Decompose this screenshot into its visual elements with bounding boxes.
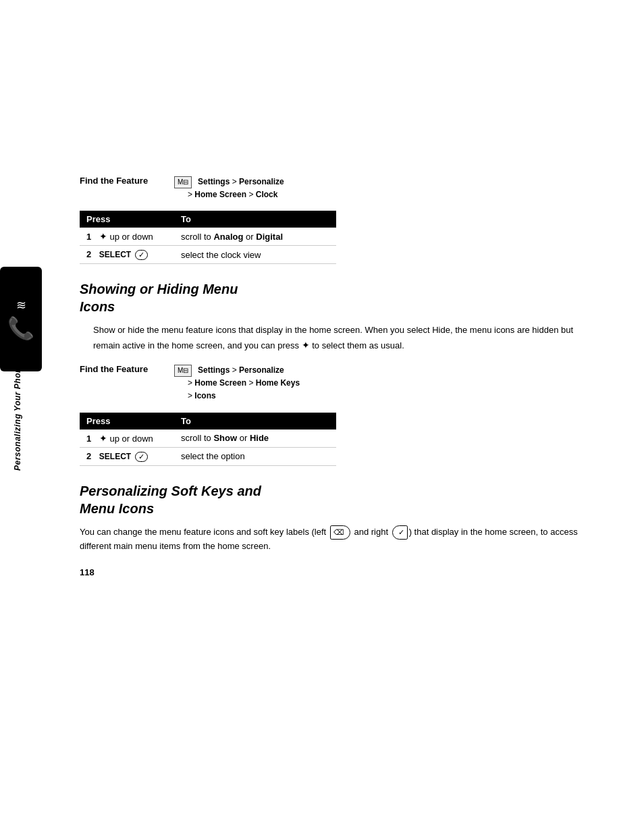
sidebar-container: Personalizing Your Phone	[0, 0, 35, 834]
main-content: Find the Feature M⊟ Settings > Personali…	[46, 0, 644, 604]
path-line2-clock: > Home Screen > Clock	[188, 188, 284, 201]
section3-title-line2: Menu Icons	[80, 501, 154, 516]
table-cell-press-1: 1 ✦ up or down	[80, 228, 174, 246]
find-feature-label-clock: Find the Feature	[80, 176, 174, 186]
phone-handset-icon: 📞	[7, 315, 34, 341]
up-or-down-label: up or down	[109, 232, 153, 242]
table-clock-col1: Press	[80, 211, 174, 228]
menu-icon-1: M⊟	[174, 176, 192, 188]
find-feature-label-icons: Find the Feature	[80, 364, 174, 374]
soft-key-left-icon: ⌫	[330, 525, 350, 540]
table-row: 2 SELECT ✓ select the option	[80, 447, 336, 465]
soft-key-right-icon: ✓	[392, 525, 408, 540]
find-feature-icons: Find the Feature M⊟ Settings > Personali…	[80, 364, 590, 403]
table-cell-to-1: scroll to Analog or Digital	[174, 228, 336, 246]
section3-body: You can change the menu feature icons an…	[80, 525, 590, 554]
nav-icon-inline: ✦	[302, 340, 310, 350]
table-row: 1 ✦ up or down scroll to Analog or Digit…	[80, 228, 336, 246]
menu-icon-2: M⊟	[174, 365, 192, 377]
table-icons: Press To 1 ✦ up or down scroll to Show o…	[80, 413, 336, 466]
nav-up-down-icon: ✦	[99, 231, 107, 242]
top-spacer	[80, 20, 590, 176]
phone-icon-block: ≋ 📞	[0, 267, 42, 371]
section2-title-line2: Icons	[80, 299, 115, 314]
table-row: 1 ✦ up or down scroll to Show or Hide	[80, 429, 336, 448]
sidebar-label: Personalizing Your Phone	[13, 363, 22, 471]
page: Personalizing Your Phone ≋ 📞 Find the Fe…	[0, 0, 644, 834]
table-icons-cell-press-2: 2 SELECT ✓	[80, 447, 174, 465]
table-row: 2 SELECT ✓ select the clock view	[80, 246, 336, 264]
wave-lines-icon: ≋	[16, 298, 26, 313]
path-line2-icons: > Home Screen > Home Keys	[188, 377, 300, 390]
table-icons-col1: Press	[80, 413, 174, 429]
find-feature-path-icons: M⊟ Settings > Personalize > Home Screen …	[174, 364, 300, 403]
table-icons-cell-to-2: select the option	[174, 447, 336, 465]
up-or-down-label-2: up or down	[109, 434, 153, 444]
section3-title-line1: Personalizing Soft Keys and	[80, 484, 261, 498]
path-line3-icons: > Icons	[188, 390, 300, 402]
table-icons-cell-press-1: 1 ✦ up or down	[80, 429, 174, 448]
section2-title-line1: Showing or Hiding Menu	[80, 282, 238, 296]
find-feature-clock: Find the Feature M⊟ Settings > Personali…	[80, 176, 590, 201]
table-icons-cell-to-1: scroll to Show or Hide	[174, 429, 336, 448]
table-cell-to-2: select the clock view	[174, 246, 336, 264]
table-clock: Press To 1 ✦ up or down scroll to Analog…	[80, 211, 336, 264]
path-line1-clock: Settings > Personalize	[196, 177, 284, 186]
find-feature-path-clock: M⊟ Settings > Personalize > Home Screen …	[174, 176, 284, 201]
table-cell-press-2: 2 SELECT ✓	[80, 246, 174, 264]
table-icons-col2: To	[174, 413, 336, 429]
section2-title: Showing or Hiding Menu Icons	[80, 280, 590, 315]
section3-title: Personalizing Soft Keys and Menu Icons	[80, 482, 590, 517]
section2-body: Show or hide the menu feature icons that…	[93, 323, 590, 353]
page-number: 118	[80, 567, 590, 577]
table-clock-col2: To	[174, 211, 336, 228]
nav-up-down-icon-2: ✦	[99, 433, 107, 444]
